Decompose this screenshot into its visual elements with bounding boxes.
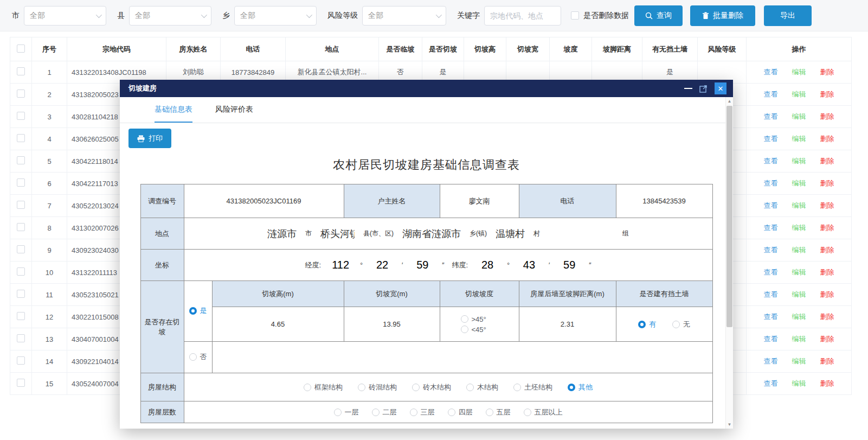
radio-option[interactable]: 四层 [448, 407, 473, 417]
view-link[interactable]: 查看 [764, 135, 778, 143]
town-select[interactable]: 全部 [234, 6, 317, 25]
delete-link[interactable]: 删除 [820, 379, 834, 387]
delete-link[interactable]: 删除 [820, 224, 834, 232]
radio-option[interactable]: >45° [461, 315, 486, 323]
row-checkbox[interactable] [17, 178, 25, 187]
edit-link[interactable]: 编辑 [792, 268, 806, 276]
radio-option[interactable]: 一层 [334, 407, 359, 417]
delete-link[interactable]: 删除 [820, 313, 834, 321]
view-link[interactable]: 查看 [764, 224, 778, 232]
edit-link[interactable]: 编辑 [792, 135, 806, 143]
view-link[interactable]: 查看 [764, 246, 778, 254]
edit-link[interactable]: 编辑 [792, 290, 806, 298]
tab-risk-eval[interactable]: 风险评价表 [215, 105, 253, 123]
radio-option[interactable]: <45° [461, 326, 486, 334]
row-checkbox[interactable] [17, 267, 25, 276]
row-checkbox[interactable] [17, 134, 25, 142]
row-checkbox[interactable] [17, 90, 25, 98]
view-link[interactable]: 查看 [764, 335, 778, 343]
row-checkbox[interactable] [17, 290, 25, 298]
longitude-deg: 112 [329, 259, 352, 271]
edit-link[interactable]: 编辑 [792, 224, 806, 232]
view-link[interactable]: 查看 [764, 90, 778, 98]
print-button[interactable]: 打印 [128, 129, 171, 148]
risk-select[interactable]: 全部 [362, 6, 446, 25]
view-link[interactable]: 查看 [764, 157, 778, 165]
keyword-input[interactable] [484, 6, 561, 25]
radio-option[interactable]: 有 [638, 320, 656, 329]
edit-link[interactable]: 编辑 [792, 112, 806, 120]
edit-link[interactable]: 编辑 [792, 201, 806, 209]
row-checkbox[interactable] [17, 156, 25, 164]
radio-option[interactable]: 三层 [410, 407, 435, 417]
view-link[interactable]: 查看 [764, 379, 778, 387]
row-checkbox[interactable] [17, 245, 25, 253]
minimize-icon[interactable] [684, 88, 692, 89]
delete-link[interactable]: 删除 [820, 179, 834, 187]
edit-link[interactable]: 编辑 [792, 379, 806, 387]
radio-option[interactable]: 框架结构 [304, 382, 343, 392]
radio-option[interactable]: 土坯结构 [513, 382, 552, 392]
scroll-down-icon[interactable]: ▼ [726, 422, 733, 427]
radio-option[interactable]: 砖混结构 [358, 382, 397, 392]
delete-link[interactable]: 删除 [820, 135, 834, 143]
view-link[interactable]: 查看 [764, 201, 778, 209]
edit-link[interactable]: 编辑 [792, 157, 806, 165]
modal-scrollbar[interactable]: ▲ ▼ [725, 97, 733, 429]
city-select[interactable]: 全部 [24, 6, 106, 25]
delete-link[interactable]: 删除 [820, 112, 834, 120]
county-select[interactable]: 全部 [129, 6, 211, 25]
export-button[interactable]: 导出 [764, 5, 812, 26]
maximize-icon[interactable] [699, 85, 708, 93]
delete-link[interactable]: 删除 [820, 335, 834, 343]
radio-option[interactable]: 是 [189, 306, 207, 316]
edit-link[interactable]: 编辑 [792, 68, 806, 76]
row-checkbox[interactable] [17, 334, 25, 342]
query-button[interactable]: 查询 [634, 5, 683, 26]
view-link[interactable]: 查看 [764, 290, 778, 298]
delete-link[interactable]: 删除 [820, 68, 834, 76]
radio-option[interactable]: 砖木结构 [412, 382, 451, 392]
delete-link[interactable]: 删除 [820, 157, 834, 165]
row-checkbox[interactable] [17, 67, 25, 75]
deleted-data-checkbox[interactable] [571, 11, 579, 20]
edit-link[interactable]: 编辑 [792, 179, 806, 187]
radio-option[interactable]: 五层以上 [524, 407, 563, 417]
edit-link[interactable]: 编辑 [792, 313, 806, 321]
select-all-checkbox[interactable] [17, 44, 25, 53]
delete-link[interactable]: 删除 [820, 90, 834, 98]
row-checkbox[interactable] [17, 379, 25, 387]
view-link[interactable]: 查看 [764, 313, 778, 321]
radio-option[interactable]: 否 [189, 352, 207, 362]
batch-delete-button[interactable]: 批量删除 [690, 5, 755, 26]
row-checkbox[interactable] [17, 112, 25, 120]
radio-option[interactable]: 木结构 [466, 382, 498, 392]
radio-option[interactable]: 五层 [486, 407, 511, 417]
edit-link[interactable]: 编辑 [792, 357, 806, 365]
delete-link[interactable]: 删除 [820, 290, 834, 298]
view-link[interactable]: 查看 [764, 268, 778, 276]
delete-link[interactable]: 删除 [820, 246, 834, 254]
edit-link[interactable]: 编辑 [792, 246, 806, 254]
tab-basic-info[interactable]: 基础信息表 [155, 105, 192, 123]
row-checkbox[interactable] [17, 223, 25, 231]
row-checkbox[interactable] [17, 312, 25, 320]
delete-link[interactable]: 删除 [820, 357, 834, 365]
dialog-titlebar[interactable]: 切坡建房 ✕ [120, 80, 733, 97]
close-icon[interactable]: ✕ [715, 82, 726, 94]
delete-link[interactable]: 删除 [820, 201, 834, 209]
radio-option[interactable]: 其他 [568, 382, 593, 392]
scrollbar-thumb[interactable] [726, 106, 732, 327]
row-checkbox[interactable] [17, 201, 25, 209]
view-link[interactable]: 查看 [764, 112, 778, 120]
edit-link[interactable]: 编辑 [792, 335, 806, 343]
view-link[interactable]: 查看 [764, 179, 778, 187]
radio-option[interactable]: 无 [672, 320, 690, 329]
scroll-up-icon[interactable]: ▲ [726, 99, 733, 104]
delete-link[interactable]: 删除 [820, 268, 834, 276]
row-checkbox[interactable] [17, 356, 25, 365]
radio-option[interactable]: 二层 [372, 407, 397, 417]
view-link[interactable]: 查看 [764, 357, 778, 365]
edit-link[interactable]: 编辑 [792, 90, 806, 98]
view-link[interactable]: 查看 [764, 68, 778, 76]
